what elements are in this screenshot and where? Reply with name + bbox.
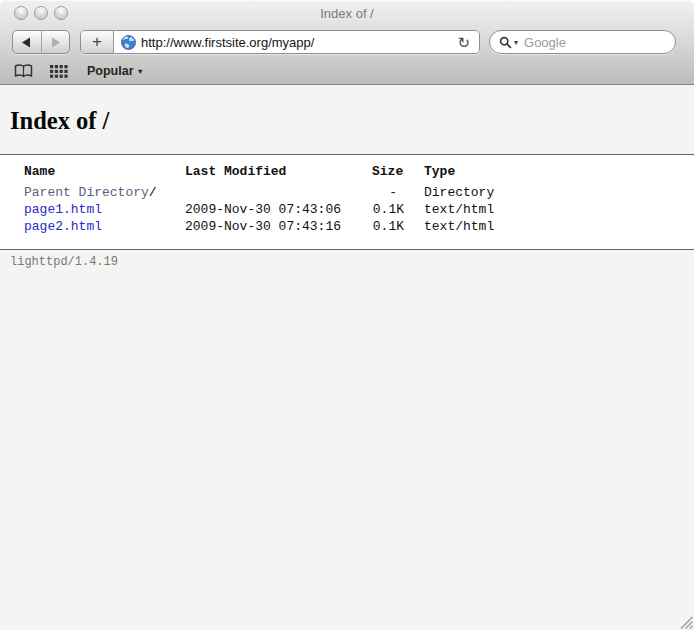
column-header-modified: Last Modified bbox=[185, 164, 372, 184]
directory-table: Name Last Modified Size Type Parent Dire… bbox=[24, 164, 544, 235]
page-title: Index of / bbox=[10, 107, 694, 135]
modified-cell: 2009-Nov-30 07:43:06 bbox=[185, 201, 372, 218]
add-bookmark-button[interactable]: + bbox=[81, 31, 114, 53]
back-arrow-icon bbox=[21, 37, 32, 48]
table-row: page1.html 2009-Nov-30 07:43:06 0.1K tex… bbox=[24, 201, 544, 218]
safari-window: Index of / + bbox=[0, 0, 694, 630]
modified-cell: 2009-Nov-30 07:43:16 bbox=[185, 218, 372, 235]
titlebar[interactable]: Index of / bbox=[0, 0, 694, 26]
modified-cell bbox=[185, 184, 372, 201]
folder-caret-icon: ▼ bbox=[137, 67, 144, 76]
size-cell: - bbox=[372, 184, 424, 201]
browser-chrome: Index of / + bbox=[0, 0, 694, 85]
open-book-icon bbox=[14, 64, 33, 78]
search-input[interactable] bbox=[524, 35, 666, 50]
search-engine-caret-icon[interactable]: ▾ bbox=[514, 38, 518, 47]
forward-arrow-icon bbox=[50, 37, 61, 48]
size-cell: 0.1K bbox=[372, 218, 424, 235]
address-field-container: ↻ bbox=[114, 31, 479, 53]
url-input[interactable] bbox=[141, 35, 450, 50]
size-cell: 0.1K bbox=[372, 201, 424, 218]
plus-icon: + bbox=[92, 32, 102, 52]
table-header-row: Name Last Modified Size Type bbox=[24, 164, 544, 184]
search-icon bbox=[499, 36, 512, 49]
type-cell: text/html bbox=[424, 201, 544, 218]
top-sites-button[interactable] bbox=[50, 65, 68, 78]
parent-directory-link[interactable]: Parent Directory bbox=[24, 185, 149, 200]
type-cell: text/html bbox=[424, 218, 544, 235]
globe-favicon bbox=[121, 35, 136, 50]
table-row: page2.html 2009-Nov-30 07:43:16 0.1K tex… bbox=[24, 218, 544, 235]
directory-listing: Name Last Modified Size Type Parent Dire… bbox=[0, 154, 694, 250]
forward-button[interactable] bbox=[41, 31, 70, 53]
resize-grip[interactable] bbox=[677, 613, 693, 629]
back-forward-control bbox=[12, 30, 70, 54]
column-header-type: Type bbox=[424, 164, 544, 184]
bookmarks-folder-label: Popular bbox=[87, 64, 134, 78]
web-page-content: Index of / Name Last Modified Size Type … bbox=[0, 85, 694, 630]
bookmarks-bar: Popular ▼ bbox=[0, 58, 694, 84]
grid-icon bbox=[50, 65, 68, 78]
show-bookmarks-button[interactable] bbox=[14, 64, 33, 78]
navigation-toolbar: + ↻ bbox=[0, 26, 694, 58]
address-bar-group: + ↻ bbox=[80, 30, 480, 54]
file-link-page1[interactable]: page1.html bbox=[24, 202, 102, 217]
bookmarks-folder-popular[interactable]: Popular ▼ bbox=[87, 64, 144, 78]
file-link-page2[interactable]: page2.html bbox=[24, 219, 102, 234]
back-button[interactable] bbox=[13, 31, 41, 53]
reload-button[interactable]: ↻ bbox=[455, 35, 472, 50]
window-title: Index of / bbox=[0, 6, 694, 21]
column-header-size: Size bbox=[372, 164, 424, 184]
type-cell: Directory bbox=[424, 184, 544, 201]
name-suffix: / bbox=[149, 185, 157, 200]
column-header-name: Name bbox=[24, 164, 185, 184]
server-signature: lighttpd/1.4.19 bbox=[10, 255, 694, 269]
search-field-container: ▾ bbox=[489, 30, 676, 54]
table-row: Parent Directory/ - Directory bbox=[24, 184, 544, 201]
